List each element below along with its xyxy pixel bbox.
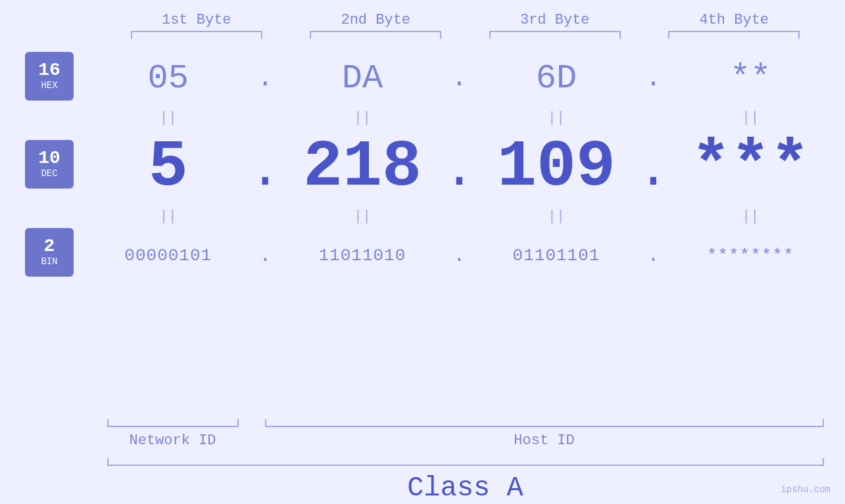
bracket-4: [668, 31, 800, 39]
eq-2-2: ||: [283, 203, 441, 229]
bracket-1: [131, 31, 262, 39]
values-grid: 05 . DA . 6D . ** || ||: [74, 45, 845, 282]
hex-cell-2: DA: [283, 59, 441, 98]
eq-1-4: ||: [671, 104, 829, 131]
bin-dot-1: .: [252, 244, 278, 267]
dec-base-number: 10: [38, 149, 60, 168]
bin-val-4: ********: [707, 246, 794, 265]
bin-val-2: 11011010: [318, 246, 406, 265]
bottom-section: Network ID Host ID: [107, 419, 824, 449]
dec-cell-1: 5: [89, 130, 247, 204]
hex-cell-4: **: [671, 59, 829, 98]
dec-val-4: ***: [691, 130, 809, 204]
hex-badge: 16 HEX: [25, 52, 74, 101]
byte-header-3: 3rd Byte: [476, 12, 634, 28]
hex-base-number: 16: [38, 61, 60, 80]
bottom-labels: Network ID Host ID: [107, 432, 824, 449]
bin-base-number: 2: [44, 237, 55, 256]
bin-cell-2: 11011010: [283, 246, 441, 265]
network-id-label: Network ID: [107, 432, 239, 449]
bin-dot-2: .: [446, 244, 472, 267]
host-id-bracket: [265, 419, 824, 427]
dec-cell-4: ***: [671, 130, 829, 204]
hex-dot-2: .: [446, 64, 472, 93]
eq-2-3: ||: [477, 203, 635, 229]
dec-cell-2: 218: [283, 130, 441, 204]
bin-row: 00000101 . 11011010 . 01101101 . *******…: [87, 229, 832, 282]
class-label: Class A: [107, 472, 824, 504]
dec-base-label: DEC: [41, 168, 57, 179]
dec-cell-3: 109: [477, 130, 635, 204]
bin-cell-1: 00000101: [89, 246, 247, 265]
main-container: 1st Byte 2nd Byte 3rd Byte 4th Byte 16 H…: [0, 0, 845, 504]
base-labels-column: 16 HEX 10 DEC 2 BIN: [0, 45, 74, 277]
bottom-brackets: [107, 419, 824, 427]
hex-val-4: **: [730, 59, 771, 98]
bin-cell-3: 01101101: [477, 246, 635, 265]
hex-cell-3: 6D: [477, 59, 635, 98]
byte-header-1: 1st Byte: [118, 12, 276, 28]
eq-spacer-6: [640, 203, 667, 229]
host-id-label: Host ID: [265, 432, 824, 449]
full-bracket-row: [107, 458, 824, 466]
bin-dot-3: .: [640, 244, 667, 267]
dec-badge: 10 DEC: [25, 140, 74, 189]
bin-base-label: BIN: [41, 256, 57, 267]
bracket-2: [310, 31, 441, 39]
equals-row-1: || || || ||: [87, 104, 832, 131]
hex-cell-1: 05: [89, 59, 247, 98]
eq-1-2: ||: [283, 104, 441, 131]
watermark: ipshu.com: [781, 484, 831, 495]
dec-val-1: 5: [149, 130, 188, 204]
eq-1-1: ||: [89, 104, 247, 131]
full-bracket-bottom: [107, 458, 824, 466]
bin-badge: 2 BIN: [25, 228, 74, 277]
dec-dot-2: .: [446, 141, 472, 200]
eq-spacer-2: [446, 104, 472, 131]
eq-2-1: ||: [89, 203, 247, 229]
eq-2-4: ||: [671, 203, 829, 229]
eq-spacer-1: [252, 104, 278, 131]
network-id-bracket: [107, 419, 239, 427]
hex-row: 05 . DA . 6D . **: [87, 52, 832, 104]
hex-dot-3: .: [640, 64, 667, 93]
eq-spacer-5: [446, 203, 472, 229]
bin-val-1: 00000101: [124, 246, 212, 265]
hex-base-label: HEX: [41, 80, 57, 91]
equals-row-2: || || || ||: [87, 203, 832, 229]
eq-1-3: ||: [477, 104, 635, 131]
top-brackets: [107, 31, 824, 39]
dec-val-3: 109: [497, 130, 616, 204]
dec-dot-1: .: [252, 141, 278, 200]
bin-cell-4: ********: [671, 246, 829, 265]
byte-header-2: 2nd Byte: [297, 12, 454, 28]
dec-val-2: 218: [303, 130, 422, 204]
dec-dot-3: .: [640, 141, 667, 200]
byte-headers: 1st Byte 2nd Byte 3rd Byte 4th Byte: [107, 12, 824, 28]
hex-val-3: 6D: [536, 59, 577, 98]
bin-val-3: 01101101: [513, 246, 600, 265]
hex-val-1: 05: [148, 59, 189, 98]
dec-row: 5 . 218 . 109 . ***: [87, 131, 832, 203]
hex-val-2: DA: [342, 59, 383, 98]
eq-spacer-4: [252, 203, 278, 229]
hex-dot-1: .: [252, 64, 278, 93]
bracket-3: [489, 31, 621, 39]
main-grid: 16 HEX 10 DEC 2 BIN 05 . DA: [0, 45, 845, 417]
byte-header-4: 4th Byte: [655, 12, 813, 28]
eq-spacer-3: [640, 104, 667, 131]
